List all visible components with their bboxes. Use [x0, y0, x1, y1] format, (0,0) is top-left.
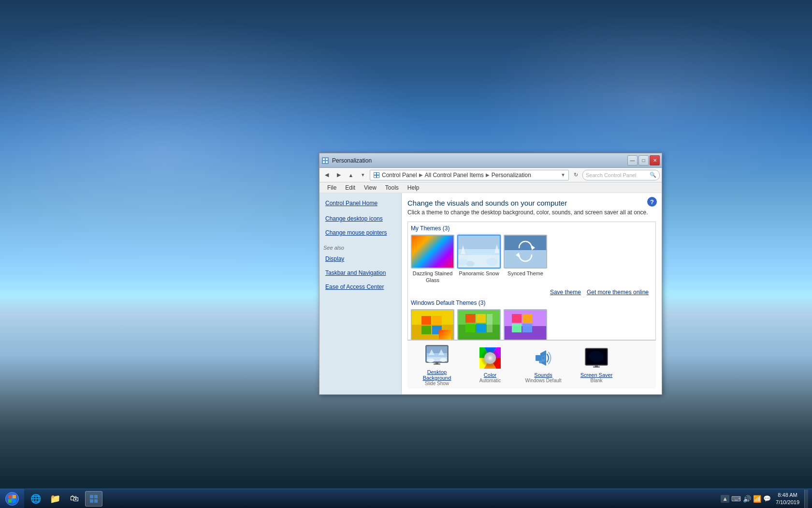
svg-rect-6	[374, 173, 376, 175]
svg-rect-80	[90, 499, 93, 503]
theme-panoramic[interactable]: Panoramic Snow	[457, 235, 501, 284]
theme-panoramic-thumb[interactable]	[457, 235, 501, 269]
theme-windows3-thumb[interactable]	[504, 309, 547, 340]
up-button[interactable]: ▲	[346, 170, 356, 180]
help-icon[interactable]: ?	[647, 197, 657, 207]
svg-rect-33	[476, 314, 486, 323]
svg-rect-11	[458, 236, 500, 249]
breadcrumb-all[interactable]: All Control Panel Items	[425, 172, 484, 179]
my-themes-title: My Themes (3)	[411, 225, 652, 232]
breadcrumb-personalization[interactable]: Personalization	[492, 172, 531, 179]
close-button[interactable]: ✕	[650, 155, 660, 165]
refresh-button[interactable]: ↻	[570, 170, 581, 180]
svg-rect-75	[13, 495, 16, 498]
svg-rect-29	[432, 326, 442, 334]
desktop-background-shortcut[interactable]: Desktop Background Slide Show	[415, 343, 459, 386]
menu-file[interactable]: File	[323, 183, 340, 192]
desktop-bg-icon	[425, 343, 449, 367]
color-sublabel: Automatic	[479, 378, 501, 383]
themes-container: My Themes (3) Dazzling Stained Glass	[407, 222, 656, 340]
start-button[interactable]	[0, 489, 24, 508]
clock-date: 7/10/2019	[776, 499, 799, 506]
svg-point-64	[539, 360, 542, 363]
search-box[interactable]: Search Control Panel 🔍	[582, 170, 660, 180]
screen-saver-icon	[584, 346, 609, 370]
sidebar-desktop-icons[interactable]: Change desktop icons	[323, 213, 397, 224]
desktop-bg-sublabel: Slide Show	[425, 381, 449, 386]
minimize-button[interactable]: —	[627, 155, 638, 165]
get-more-link[interactable]: Get more themes online	[587, 289, 649, 296]
svg-rect-35	[476, 324, 486, 332]
svg-rect-8	[374, 176, 376, 178]
sounds-shortcut[interactable]: Sounds Windows Default	[522, 346, 565, 383]
see-also-label: See also	[323, 245, 397, 251]
history-dropdown[interactable]: ▾	[358, 170, 368, 180]
theme-windows2-thumb[interactable]	[457, 309, 501, 340]
start-orb[interactable]	[5, 492, 19, 506]
sidebar-taskbar[interactable]: Taskbar and Navigation	[323, 268, 397, 278]
maximize-button[interactable]: □	[638, 155, 649, 165]
svg-rect-73	[595, 365, 598, 367]
menu-view[interactable]: View	[360, 183, 380, 192]
taskbar-clock[interactable]: 8:48 AM 7/10/2019	[774, 492, 801, 506]
svg-rect-62	[536, 355, 540, 361]
svg-rect-2	[326, 158, 328, 160]
desktop-bg-label[interactable]: Desktop Background	[415, 369, 459, 381]
svg-rect-21	[505, 250, 546, 268]
theme-windows2[interactable]: Windows	[457, 309, 501, 340]
svg-point-16	[486, 258, 498, 266]
taskbar-explorer[interactable]: 📁	[46, 491, 64, 507]
sidebar-display[interactable]: Display	[323, 254, 397, 264]
systray-expand[interactable]: ▲	[721, 495, 729, 503]
svg-rect-53	[435, 362, 438, 364]
show-desktop-btn[interactable]	[804, 490, 808, 508]
taskbar-cp[interactable]	[85, 491, 102, 507]
color-shortcut[interactable]: Color Automatic	[468, 346, 512, 383]
svg-point-51	[440, 358, 447, 362]
network-icon[interactable]: 📶	[753, 495, 761, 503]
my-themes-grid: Dazzling Stained Glass	[411, 235, 652, 284]
theme-synced-thumb[interactable]	[504, 235, 547, 269]
breadcrumb-cp[interactable]: Control Panel	[382, 172, 417, 179]
sidebar: Control Panel Home Change desktop icons …	[319, 193, 402, 394]
theme-windows1-thumb[interactable]	[411, 309, 454, 340]
save-theme-link[interactable]: Save theme	[550, 289, 581, 296]
svg-rect-42	[522, 324, 532, 332]
screen-saver-shortcut[interactable]: Screen Saver Blank	[575, 346, 618, 383]
sidebar-ease-of-access[interactable]: Ease of Access Center	[323, 282, 397, 292]
menu-edit[interactable]: Edit	[341, 183, 359, 192]
taskbar-ie[interactable]: 🌐	[27, 491, 44, 507]
svg-rect-1	[323, 158, 325, 160]
keyboard-icon: ⌨	[731, 495, 741, 503]
theme-windows1[interactable]: Windows	[411, 309, 454, 340]
color-label[interactable]: Color	[484, 372, 496, 378]
control-panel-window: Personalization — □ ✕ ◀ ▶ ▲ ▾ Con	[319, 153, 662, 395]
sidebar-cp-home[interactable]: Control Panel Home	[323, 198, 397, 209]
svg-point-14	[458, 259, 468, 266]
theme-dazzling-thumb[interactable]	[411, 235, 454, 269]
menu-tools[interactable]: Tools	[381, 183, 403, 192]
theme-panoramic-label: Panoramic Snow	[459, 270, 499, 277]
taskbar-store[interactable]: 🛍	[66, 491, 83, 507]
svg-rect-79	[94, 495, 98, 498]
windows-themes-title: Windows Default Themes (3)	[411, 299, 652, 306]
menu-help[interactable]: Help	[404, 183, 423, 192]
notification-icon[interactable]: 💬	[763, 495, 771, 502]
sidebar-mouse-pointers[interactable]: Change mouse pointers	[323, 227, 397, 238]
svg-rect-39	[512, 314, 522, 323]
svg-rect-81	[94, 499, 98, 503]
svg-rect-3	[323, 161, 325, 163]
svg-rect-74	[8, 495, 12, 498]
screen-saver-label[interactable]: Screen Saver	[580, 372, 613, 378]
forward-button[interactable]: ▶	[334, 170, 344, 180]
panel-title: Change the visuals and sounds on your co…	[407, 199, 656, 207]
svg-rect-34	[465, 324, 475, 332]
theme-synced[interactable]: Synced Theme	[504, 235, 547, 284]
sounds-label[interactable]: Sounds	[534, 372, 552, 378]
speaker-icon[interactable]: 🔊	[743, 495, 751, 503]
search-placeholder: Search Control Panel	[586, 172, 637, 178]
address-path[interactable]: Control Panel ▶ All Control Panel Items …	[370, 170, 569, 180]
theme-dazzling[interactable]: Dazzling Stained Glass	[411, 235, 454, 284]
theme-windows3[interactable]: Windows	[504, 309, 547, 340]
back-button[interactable]: ◀	[321, 170, 332, 180]
